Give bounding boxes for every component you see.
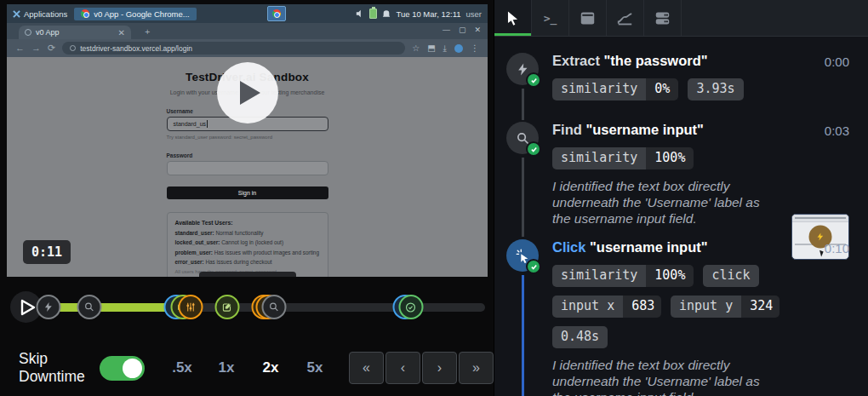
battery-icon <box>369 9 377 19</box>
search-icon <box>269 301 280 313</box>
tab-terminal[interactable]: >_ <box>532 0 569 36</box>
tab-title: v0 App <box>36 28 114 37</box>
steps-panel: >_ 0:00 <box>494 0 868 396</box>
marker-sliders[interactable] <box>179 295 203 319</box>
applications-menu[interactable]: Applications <box>13 9 67 19</box>
speed-5x-button[interactable]: 5x <box>293 359 337 376</box>
playback-controls: Skip Downtime .5x 1x 2x 5x « ‹ › » <box>0 346 494 390</box>
username-hint: Try standard_user password: secret_passw… <box>167 135 328 140</box>
taskbar-task-chrome[interactable]: v0 App - Google Chrome... <box>74 8 196 20</box>
new-tab-button[interactable]: ＋ <box>143 26 151 37</box>
tab-pointer[interactable] <box>494 0 532 36</box>
success-check-icon <box>526 259 541 274</box>
success-check-icon <box>526 72 541 88</box>
sliders-icon <box>186 301 197 313</box>
reload-icon[interactable]: ⟳ <box>48 43 55 53</box>
chrome-icon <box>272 9 281 18</box>
taskbar-user: user <box>466 9 482 19</box>
desktop-taskbar: Applications v0 App - Google Chrome... T… <box>7 4 488 23</box>
steps-timeline: 0:00 Extract "the password" similarity0%… <box>494 37 868 396</box>
url-text: testdriver-sandbox.vercel.app/login <box>80 44 192 53</box>
window-controls: — ▢ ✕ <box>443 26 481 34</box>
bolt-icon <box>816 232 825 242</box>
duration-chip: 3.93s <box>688 78 743 100</box>
download-icon[interactable]: ⤓ <box>443 43 447 54</box>
play-icon <box>240 81 260 105</box>
speed-1x-button[interactable]: 1x <box>204 359 248 376</box>
success-check-icon <box>526 141 541 157</box>
site-info-icon <box>70 45 76 51</box>
profile-avatar[interactable] <box>454 44 463 53</box>
video-play-overlay-button[interactable] <box>217 62 278 123</box>
tab-browser[interactable] <box>569 0 607 36</box>
step-timestamp: 0:10 <box>825 241 849 255</box>
back-icon[interactable]: ← <box>15 43 25 53</box>
step-title: Click "username input" <box>552 239 779 256</box>
play-icon <box>14 295 39 320</box>
taskbar-clock: Tue 10 Mar, 12:11 <box>396 9 460 19</box>
skip-to-end-button[interactable]: » <box>459 352 494 384</box>
signin-button[interactable]: Sign in <box>167 187 328 199</box>
speed-selector: .5x 1x 2x 5x <box>160 359 337 376</box>
maximize-icon[interactable]: ▢ <box>459 26 466 34</box>
step-ai-note: I identified the text box directly under… <box>552 179 779 227</box>
previous-step-button[interactable]: ‹ <box>385 352 420 384</box>
close-icon[interactable]: ✕ <box>474 26 481 34</box>
browser-tab[interactable]: v0 App ✕ <box>19 26 131 39</box>
step-title: Extract "the password" <box>552 53 849 70</box>
step-chips: input x683 input y324 <box>552 296 779 318</box>
test-users-box: Available Test Users: standard_user: Nor… <box>167 212 328 277</box>
tab-close-icon[interactable]: ✕ <box>118 28 125 37</box>
test-user-row: error_user: Has issues during checkout <box>175 259 320 265</box>
toggle-knob <box>123 359 142 378</box>
applications-icon <box>13 10 20 18</box>
marker-search[interactable] <box>77 295 102 319</box>
step-chips: similarity0% 3.93s <box>552 78 849 100</box>
marker-edit[interactable] <box>214 295 239 319</box>
skip-to-start-button[interactable]: « <box>349 352 384 384</box>
tab-favicon <box>25 29 31 36</box>
step-chips: 0.48s <box>552 326 779 348</box>
marker-clock-check[interactable] <box>398 295 423 319</box>
duration-chip: 0.48s <box>552 326 608 348</box>
forward-icon[interactable]: → <box>31 43 41 53</box>
line-chart-icon <box>617 11 633 26</box>
step-icon-circle <box>506 122 539 154</box>
server-icon <box>654 11 671 26</box>
password-input[interactable] <box>167 161 328 175</box>
current-time-badge: 0:11 <box>23 240 71 264</box>
skip-downtime-toggle[interactable] <box>100 356 145 381</box>
step-icon-circle <box>506 53 539 85</box>
browser-tabstrip: v0 App ✕ ＋ — ▢ ✕ <box>7 23 488 39</box>
app-root: Applications v0 App - Google Chrome... T… <box>0 0 868 396</box>
input-x-chip: input x683 <box>552 296 661 318</box>
minimize-icon[interactable]: — <box>443 26 450 34</box>
step-chips: similarity100% <box>552 147 779 169</box>
video-frame[interactable]: Applications v0 App - Google Chrome... T… <box>7 4 488 277</box>
similarity-chip: similarity100% <box>552 147 694 169</box>
step-ai-note: I identified the text box directly under… <box>552 358 779 396</box>
browser-addressbar: ← → ⟳ testdriver-sandbox.vercel.app/logi… <box>7 39 488 57</box>
taskbar-chrome-launcher[interactable] <box>267 6 286 21</box>
test-user-row: problem_user: Has issues with product im… <box>175 250 320 255</box>
speed-2x-button[interactable]: 2x <box>248 359 293 376</box>
step-icon-circle <box>506 239 539 272</box>
tab-chart[interactable] <box>607 0 644 36</box>
extensions-icon[interactable]: ⬒ <box>427 43 435 53</box>
timeline-scrubber <box>0 290 494 323</box>
clock-check-icon <box>405 301 417 313</box>
next-step-button[interactable]: › <box>422 352 457 384</box>
action-chip: click <box>703 265 758 287</box>
speed-0.5x-button[interactable]: .5x <box>160 359 204 376</box>
page-bottom-element <box>199 272 296 277</box>
test-user-row: standard_user: Normal functionality <box>175 230 320 236</box>
marker-search[interactable] <box>262 295 287 319</box>
bookmark-star-icon[interactable]: ☆ <box>412 43 420 53</box>
step-connector-active <box>522 275 524 396</box>
url-field[interactable]: testdriver-sandbox.vercel.app/login <box>62 42 405 55</box>
tab-server[interactable] <box>644 0 682 36</box>
player-panel: Applications v0 App - Google Chrome... T… <box>0 0 494 396</box>
test-user-row: locked_out_user: Cannot log in (locked o… <box>175 239 320 245</box>
menu-dots-icon[interactable]: ⋮ <box>471 43 479 53</box>
marker-bolt[interactable] <box>37 295 61 319</box>
